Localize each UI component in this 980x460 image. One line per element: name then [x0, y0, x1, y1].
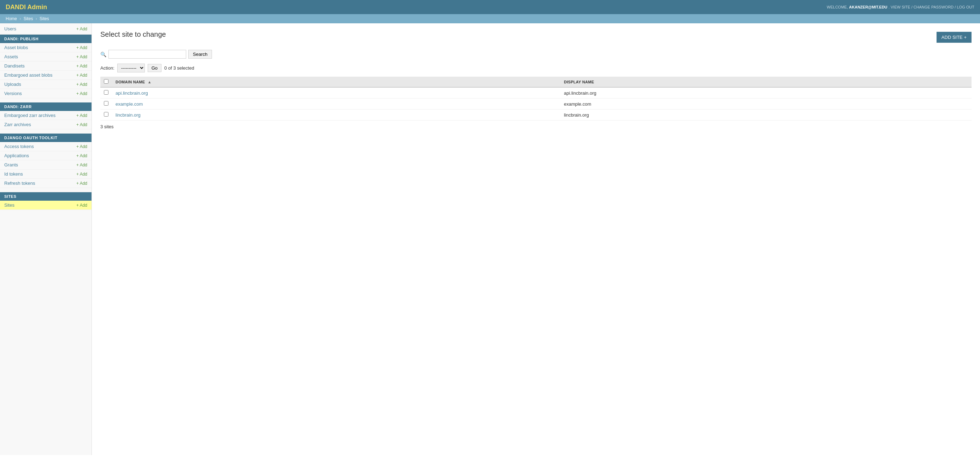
sidebar-add-assets[interactable]: + Add	[76, 54, 87, 59]
row-checkbox[interactable]	[104, 101, 108, 106]
sidebar-add-sites[interactable]: + Add	[76, 203, 87, 208]
sidebar-link-access-tokens[interactable]: Access tokens	[4, 144, 34, 149]
domain-name-col-label: DOMAIN NAME	[116, 80, 145, 84]
sidebar-item-access-tokens: Access tokens + Add	[0, 142, 92, 151]
display-name-col-label: DISPLAY NAME	[564, 80, 594, 84]
sidebar-item-grants: Grants + Add	[0, 161, 92, 170]
row-checkbox[interactable]	[104, 112, 108, 116]
search-input[interactable]	[108, 50, 186, 59]
sidebar-link-versions[interactable]: Versions	[4, 91, 22, 96]
sidebar-item-embargoed-asset-blobs: Embargoed asset blobs + Add	[0, 71, 92, 80]
select-all-checkbox[interactable]	[104, 79, 108, 84]
search-icon: 🔍	[100, 52, 107, 57]
row-checkbox-cell	[100, 110, 112, 121]
breadcrumb-sep1: ›	[19, 16, 22, 21]
sidebar-add-embargoed-zarr[interactable]: + Add	[76, 113, 87, 118]
sidebar-item-versions: Versions + Add	[0, 89, 92, 98]
selected-count: 0 of 3 selected	[164, 65, 194, 71]
sidebar-link-embargoed-zarr[interactable]: Embargoed zarr archives	[4, 113, 56, 118]
sidebar-link-refresh-tokens[interactable]: Refresh tokens	[4, 180, 35, 186]
sidebar-link-uploads[interactable]: Uploads	[4, 81, 21, 87]
sidebar-section-dandi-publish: DANDI: PUBLISH	[0, 35, 92, 43]
breadcrumb-sep2: ›	[36, 16, 38, 21]
sidebar-item-refresh-tokens: Refresh tokens + Add	[0, 179, 92, 188]
sidebar-item-embargoed-zarr: Embargoed zarr archives + Add	[0, 111, 92, 120]
action-select[interactable]: ----------	[117, 64, 145, 72]
view-site-link[interactable]: VIEW SITE	[891, 5, 910, 9]
search-bar: 🔍 Search	[100, 50, 972, 59]
welcome-label: WELCOME,	[827, 5, 848, 9]
content-wrapper: Users + Add DANDI: PUBLISH Asset blobs +…	[0, 23, 980, 455]
row-checkbox[interactable]	[104, 90, 108, 95]
sidebar: Users + Add DANDI: PUBLISH Asset blobs +…	[0, 23, 92, 455]
domain-link[interactable]: lincbrain.org	[116, 112, 141, 118]
table-header-row: DOMAIN NAME ▲ DISPLAY NAME	[100, 77, 972, 87]
table-row: lincbrain.org lincbrain.org	[100, 110, 972, 121]
results-count: 3 sites	[100, 124, 972, 129]
sidebar-link-embargoed-asset-blobs[interactable]: Embargoed asset blobs	[4, 72, 52, 78]
sidebar-link-dandisets[interactable]: Dandisets	[4, 63, 25, 68]
sidebar-item-users: Users + Add	[0, 23, 92, 35]
sidebar-link-users[interactable]: Users	[4, 26, 16, 32]
sidebar-link-zarr-archives[interactable]: Zarr archives	[4, 122, 31, 127]
change-password-link[interactable]: CHANGE PASSWORD	[913, 5, 953, 9]
sidebar-item-assets: Assets + Add	[0, 52, 92, 62]
sidebar-add-versions[interactable]: + Add	[76, 91, 87, 96]
row-checkbox-cell	[100, 87, 112, 99]
log-out-link[interactable]: LOG OUT	[957, 5, 974, 9]
page-title: Select site to change	[100, 30, 166, 38]
separator1: .	[888, 5, 889, 9]
sidebar-add-users[interactable]: + Add	[76, 27, 87, 32]
row-display: lincbrain.org	[560, 110, 972, 121]
search-button[interactable]: Search	[188, 50, 212, 59]
sidebar-add-grants[interactable]: + Add	[76, 162, 87, 167]
row-domain: api.lincbrain.org	[112, 87, 560, 99]
sort-asc-icon: ▲	[148, 80, 151, 84]
sidebar-link-sites[interactable]: Sites	[4, 202, 14, 208]
go-button[interactable]: Go	[148, 64, 161, 72]
sidebar-section-oauth: DJANGO OAUTH TOOLKIT	[0, 134, 92, 142]
domain-link[interactable]: example.com	[116, 101, 143, 107]
breadcrumb-home[interactable]: Home	[6, 16, 17, 21]
row-display: example.com	[560, 99, 972, 110]
sidebar-item-asset-blobs: Asset blobs + Add	[0, 43, 92, 52]
site-title[interactable]: DANDI Admin	[6, 3, 47, 11]
sidebar-add-embargoed-asset-blobs[interactable]: + Add	[76, 73, 87, 78]
breadcrumb-sites-parent[interactable]: Sites	[24, 16, 33, 21]
table-row: api.lincbrain.org api.lincbrain.org	[100, 87, 972, 99]
sidebar-item-uploads: Uploads + Add	[0, 80, 92, 89]
top-bar: Select site to change ADD SITE +	[100, 30, 972, 44]
domain-link[interactable]: api.lincbrain.org	[116, 91, 148, 96]
main-content: Select site to change ADD SITE + 🔍 Searc…	[92, 23, 980, 455]
sidebar-add-zarr-archives[interactable]: + Add	[76, 122, 87, 127]
sidebar-link-id-tokens[interactable]: Id tokens	[4, 171, 23, 177]
sidebar-add-id-tokens[interactable]: + Add	[76, 172, 87, 177]
row-display: api.lincbrain.org	[560, 87, 972, 99]
action-label: Action:	[100, 65, 115, 71]
breadcrumb-current: Sites	[40, 16, 49, 21]
select-all-col	[100, 77, 112, 87]
row-checkbox-cell	[100, 99, 112, 110]
sidebar-link-assets[interactable]: Assets	[4, 54, 18, 59]
sidebar-link-asset-blobs[interactable]: Asset blobs	[4, 45, 28, 50]
add-site-button[interactable]: ADD SITE +	[937, 32, 972, 43]
user-info: WELCOME, AKANZER@MIT.EDU . VIEW SITE / C…	[827, 5, 974, 9]
domain-name-col[interactable]: DOMAIN NAME ▲	[112, 77, 560, 87]
sidebar-add-applications[interactable]: + Add	[76, 153, 87, 158]
sidebar-add-access-tokens[interactable]: + Add	[76, 144, 87, 149]
sidebar-add-dandisets[interactable]: + Add	[76, 64, 87, 68]
username: AKANZER@MIT.EDU	[849, 5, 888, 9]
display-name-col: DISPLAY NAME	[560, 77, 972, 87]
results-table: DOMAIN NAME ▲ DISPLAY NAME api.lincbrain…	[100, 77, 972, 121]
row-domain: lincbrain.org	[112, 110, 560, 121]
sidebar-item-dandisets: Dandisets + Add	[0, 62, 92, 71]
table-row: example.com example.com	[100, 99, 972, 110]
sidebar-add-asset-blobs[interactable]: + Add	[76, 45, 87, 50]
sidebar-link-applications[interactable]: Applications	[4, 153, 29, 158]
header: DANDI Admin WELCOME, AKANZER@MIT.EDU . V…	[0, 0, 980, 14]
sidebar-add-refresh-tokens[interactable]: + Add	[76, 181, 87, 186]
sidebar-link-grants[interactable]: Grants	[4, 162, 18, 167]
sidebar-item-applications: Applications + Add	[0, 151, 92, 161]
row-domain: example.com	[112, 99, 560, 110]
sidebar-add-uploads[interactable]: + Add	[76, 82, 87, 87]
